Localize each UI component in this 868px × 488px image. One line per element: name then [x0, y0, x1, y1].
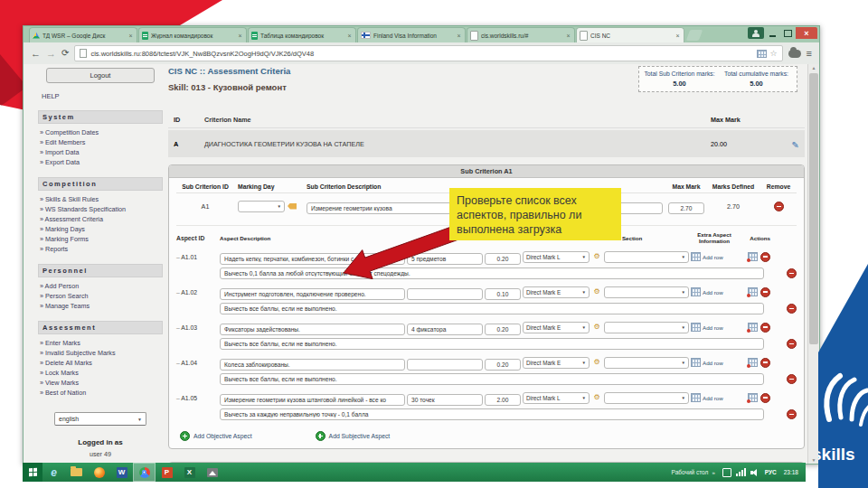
sidebar-item-view-marks[interactable]: View Marks [40, 378, 163, 388]
remove-deduction-icon[interactable] [787, 409, 797, 419]
sidebar-item-enter-marks[interactable]: Enter Marks [40, 338, 163, 348]
aspect-requirement-input[interactable] [407, 394, 483, 406]
sidebar-item-import-data[interactable]: Import Data [40, 147, 163, 157]
forward-button[interactable]: → [46, 49, 56, 59]
remove-aspect-icon[interactable] [760, 323, 770, 333]
gear-icon[interactable] [591, 324, 602, 331]
aspect-requirement-input[interactable] [407, 324, 483, 335]
logout-button[interactable]: Logout [46, 68, 155, 83]
aspect-mark-input[interactable] [485, 288, 521, 300]
tab-close-icon[interactable] [456, 33, 462, 39]
taskbar-firefox[interactable] [88, 463, 110, 482]
wsss-section-select[interactable] [604, 392, 689, 404]
aspect-requirement-input[interactable] [407, 359, 483, 371]
extra-info-icon[interactable] [748, 252, 758, 261]
maximize-button[interactable] [780, 27, 795, 39]
address-bar[interactable]: cis.worldskills.ru:8086/tctest/VJK_Nw8BQ… [74, 45, 782, 61]
sidebar-item-ws-standards[interactable]: WS Standards Specification [40, 204, 163, 214]
aspect-type-select[interactable]: Direct Mark L [523, 251, 590, 263]
aspect-description-input[interactable] [220, 288, 405, 300]
profile-icon[interactable] [748, 27, 764, 39]
sidebar-item-skills-rules[interactable]: Skills & Skill Rules [40, 194, 163, 204]
aspect-mark-input[interactable] [485, 324, 521, 335]
add-row-link[interactable]: Add row [691, 252, 738, 261]
wsss-section-select[interactable] [604, 251, 689, 263]
aspect-description-input[interactable] [220, 359, 405, 371]
sidebar-item-delete-all-marks[interactable]: Delete All Marks [40, 358, 163, 368]
edit-criterion-icon[interactable] [792, 140, 799, 150]
clock[interactable]: 23:18 [784, 469, 798, 475]
sidebar-item-marking-days[interactable]: Marking Days [40, 224, 163, 234]
desktop-toolbar[interactable]: Рабочий стол [672, 469, 709, 475]
bookmark-star-icon[interactable]: ☆ [770, 50, 778, 58]
sidebar-item-manage-teams[interactable]: Manage Teams [40, 301, 163, 311]
add-row-link[interactable]: Add row [691, 393, 738, 402]
add-row-link[interactable]: Add row [691, 287, 738, 296]
taskbar-file-explorer[interactable] [65, 463, 88, 482]
scroll-down-icon[interactable] [808, 457, 819, 463]
aspect-type-select[interactable]: Direct Mark E [523, 357, 590, 369]
taskbar-chrome[interactable] [133, 463, 156, 482]
sidebar-item-marking-forms[interactable]: Marking Forms [40, 234, 163, 244]
aspect-type-select[interactable]: Direct Mark E [523, 322, 590, 333]
remove-deduction-icon[interactable] [787, 304, 797, 314]
add-objective-aspect-link[interactable]: Add Objective Aspect [180, 431, 252, 441]
tag-icon[interactable] [288, 203, 297, 210]
sidebar-item-invalid-subjective-marks[interactable]: Invalid Subjective Marks [40, 348, 163, 358]
key-icon[interactable] [757, 50, 767, 58]
back-button[interactable]: ← [31, 49, 41, 59]
remove-aspect-icon[interactable] [760, 393, 770, 403]
gear-icon[interactable] [591, 359, 602, 366]
wsss-section-select[interactable] [604, 357, 689, 369]
remove-aspect-icon[interactable] [760, 287, 770, 297]
browser-tab-active[interactable]: CIS NC [576, 27, 684, 42]
tab-close-icon[interactable] [127, 33, 134, 39]
aspect-deduction-input[interactable] [220, 408, 764, 420]
remove-aspect-icon[interactable] [760, 358, 770, 368]
tab-close-icon[interactable] [675, 33, 681, 39]
criterion-row[interactable]: A ДИАГНОСТИКА ГЕОМЕТРИИ КУЗОВА НА СТАПЕЛ… [168, 130, 805, 157]
sidebar-item-assessment-criteria[interactable]: Assessment Criteria [40, 214, 163, 224]
aspect-type-select[interactable]: Direct Mark E [523, 286, 590, 298]
aspect-description-input[interactable] [220, 324, 405, 335]
extra-info-icon[interactable] [748, 287, 758, 296]
remove-deduction-icon[interactable] [787, 268, 797, 278]
start-button[interactable] [23, 463, 42, 482]
remove-aspect-icon[interactable] [760, 252, 770, 262]
tab-close-icon[interactable] [237, 33, 243, 39]
network-signal-icon[interactable] [736, 468, 746, 476]
taskbar-excel[interactable]: X [178, 463, 201, 482]
browser-tab[interactable]: Таблица командировок [248, 27, 356, 42]
sidebar-item-lock-marks[interactable]: Lock Marks [40, 368, 163, 378]
aspect-requirement-input[interactable] [407, 288, 483, 300]
scrollbar[interactable] [807, 64, 819, 464]
marking-day-select[interactable] [238, 201, 285, 212]
extra-info-icon[interactable] [748, 358, 758, 367]
tab-close-icon[interactable] [346, 33, 353, 39]
extra-info-icon[interactable] [748, 323, 758, 332]
add-row-link[interactable]: Add row [691, 358, 738, 367]
browser-tab[interactable]: cis.worldskills.ru/# [467, 27, 575, 42]
aspect-deduction-input[interactable] [220, 373, 764, 385]
aspect-mark-input[interactable] [485, 253, 521, 265]
tab-close-icon[interactable] [565, 33, 571, 39]
gear-icon[interactable] [591, 394, 602, 401]
new-tab-button[interactable] [686, 30, 703, 41]
gear-icon[interactable] [591, 253, 602, 260]
add-row-link[interactable]: Add row [691, 323, 738, 332]
add-subjective-aspect-link[interactable]: Add Subjective Aspect [316, 431, 391, 441]
volume-icon[interactable] [750, 468, 760, 477]
menu-icon[interactable]: ≡ [807, 49, 812, 59]
sidebar-item-competition-dates[interactable]: Competition Dates [40, 127, 163, 137]
sidebar-item-best-of-nation[interactable]: Best of Nation [40, 388, 163, 398]
close-button[interactable] [796, 27, 817, 39]
browser-tab[interactable]: ТД WSR – Google Диск [29, 27, 137, 42]
extra-info-icon[interactable] [748, 393, 758, 402]
help-link[interactable]: HELP [42, 92, 163, 100]
sidebar-item-reports[interactable]: Reports [40, 244, 163, 254]
scroll-up-icon[interactable] [808, 65, 819, 70]
aspect-mark-input[interactable] [485, 359, 521, 371]
taskbar-internet-explorer[interactable]: e [42, 463, 65, 482]
aspect-mark-input[interactable] [485, 394, 521, 406]
chevron-icon[interactable]: » [712, 470, 714, 475]
